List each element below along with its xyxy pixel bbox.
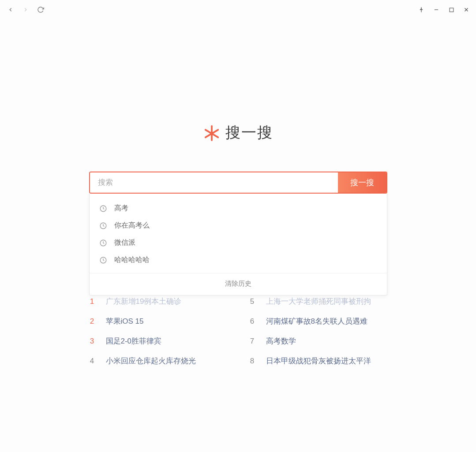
trending-rank: 8 [249,357,255,366]
history-text: 微信派 [114,238,135,247]
trending-item[interactable]: 3 国足2-0胜菲律宾 [89,331,227,351]
search-input[interactable] [90,172,338,193]
search-button[interactable]: 搜一搜 [338,172,386,193]
trending-rank: 4 [89,357,95,366]
trending-rank: 2 [89,317,95,326]
search-bar: 搜一搜 [89,172,387,194]
trending-text: 国足2-0胜菲律宾 [106,336,162,346]
trending-text: 广东新增19例本土确诊 [106,296,182,306]
trending-text: 河南煤矿事故8名失联人员遇难 [266,316,367,326]
history-text: 你在高考么 [114,221,150,230]
clock-icon [99,205,107,213]
trending-item[interactable]: 7 高考数学 [249,331,387,351]
trending-item[interactable]: 8 日本甲级战犯骨灰被扬进太平洋 [249,351,387,371]
trending-text: 高考数学 [266,336,296,346]
history-item[interactable]: 高考 [90,200,387,217]
trending-rank: 5 [249,297,255,306]
search-history-dropdown: 高考 你在高考么 微信派 [89,194,387,295]
logo-text: 搜一搜 [225,123,273,143]
trending-section: 1 广东新增19例本土确诊 2 苹果iOS 15 3 国足2-0胜菲律宾 4 小… [89,291,387,371]
history-text: 高考 [114,204,128,213]
trending-item[interactable]: 2 苹果iOS 15 [89,311,227,331]
main-content: 搜一搜 搜一搜 高考 你在高考么 [0,0,476,371]
trending-column-right: 5 上海一大学老师捅死同事被刑拘 6 河南煤矿事故8名失联人员遇难 7 高考数学… [249,291,387,371]
trending-rank: 3 [89,337,95,346]
clock-icon [99,222,107,230]
clock-icon [99,256,107,264]
app-logo-icon [203,124,220,141]
trending-rank: 1 [89,297,95,306]
search-wrapper: 搜一搜 高考 你在高考么 [89,172,387,194]
trending-rank: 7 [249,337,255,346]
trending-item[interactable]: 4 小米回应仓库起火库存烧光 [89,351,227,371]
trending-text: 上海一大学老师捅死同事被刑拘 [266,296,371,306]
trending-rank: 6 [249,317,255,326]
history-item[interactable]: 你在高考么 [90,217,387,234]
trending-item[interactable]: 6 河南煤矿事故8名失联人员遇难 [249,311,387,331]
history-text: 哈哈哈哈哈 [114,255,150,265]
trending-column-left: 1 广东新增19例本土确诊 2 苹果iOS 15 3 国足2-0胜菲律宾 4 小… [89,291,227,371]
trending-text: 苹果iOS 15 [106,316,144,326]
history-item[interactable]: 哈哈哈哈哈 [90,251,387,269]
trending-text: 日本甲级战犯骨灰被扬进太平洋 [266,356,371,366]
trending-text: 小米回应仓库起火库存烧光 [106,356,196,366]
history-item[interactable]: 微信派 [90,234,387,251]
clock-icon [99,239,107,247]
history-list: 高考 你在高考么 微信派 [90,194,387,273]
logo-section: 搜一搜 [203,123,273,143]
clear-history-button[interactable]: 清除历史 [90,273,387,295]
